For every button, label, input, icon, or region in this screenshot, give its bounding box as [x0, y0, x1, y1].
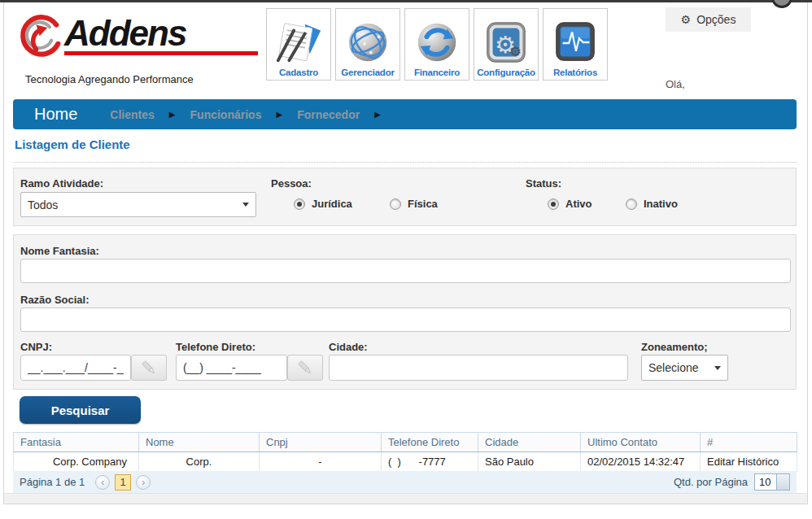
module-relatorios[interactable]: Relatórios	[543, 8, 608, 81]
nav-item-funcionarios[interactable]: Funcionários	[190, 108, 262, 121]
col-fantasia[interactable]: Fantasia	[14, 433, 139, 452]
table-header-row: Fantasia Nome Cnpj Telefone Direto Cidad…	[14, 433, 797, 452]
options-label: Opções	[696, 13, 736, 26]
filter-panel-main: Nome Fantasia: Razão Social: CNPJ: Telef…	[13, 234, 797, 390]
radio-button-icon	[548, 198, 559, 210]
addens-swoosh-icon	[14, 6, 68, 71]
razao-social-input[interactable]	[20, 307, 791, 332]
cnpj-label: CNPJ:	[20, 341, 52, 353]
cnpj-clear-button[interactable]	[131, 355, 167, 381]
col-cidade[interactable]: Cidade	[478, 433, 581, 452]
app-container: Addens Tecnologia Agregando Performance	[3, 2, 808, 504]
cnpj-input[interactable]	[20, 355, 131, 381]
qtd-por-pagina-select[interactable]: 10	[754, 473, 790, 491]
nome-fantasia-label: Nome Fantasia:	[20, 245, 99, 257]
radio-button-icon	[294, 198, 305, 210]
radio-button-icon	[626, 198, 637, 210]
radio-button-icon	[390, 198, 401, 210]
radio-ativo[interactable]: Ativo	[548, 198, 592, 210]
nav-item-fornecedor[interactable]: Fornecedor	[297, 108, 360, 121]
col-acoes[interactable]: #	[701, 433, 797, 452]
dotted-divider	[13, 162, 797, 163]
page-title: Listagem de Cliente	[15, 137, 130, 151]
pessoa-label: Pessoa:	[271, 177, 312, 190]
footer-strip	[4, 493, 807, 504]
telefone-clear-button[interactable]	[287, 355, 323, 381]
arrow-separator-icon: ▶	[276, 110, 282, 119]
filter-panel-top: Ramo Atividade: Todos Pessoa: Jurídica F…	[13, 168, 797, 226]
zoneamento-select[interactable]: Selecione	[641, 355, 728, 381]
arrow-separator-icon: ▶	[374, 110, 381, 119]
prev-page-button[interactable]: ‹	[95, 475, 110, 490]
main-nav: Home Clientes ▶ Funcionários ▶ Fornecedo…	[13, 99, 797, 129]
nav-item-clientes[interactable]: Clientes	[110, 108, 154, 121]
module-label: Financeiro	[414, 68, 460, 77]
module-gerenciador[interactable]: Gerenciador	[335, 8, 400, 81]
cell-ultimo-contato: 02/02/2015 14:32:47	[581, 452, 701, 472]
table-row: Corp. Company Corp. - ( ) -7777 São Paul…	[14, 452, 797, 472]
col-nome[interactable]: Nome	[139, 433, 260, 452]
pagination-bar: Página 1 de 1 ‹ 1 › Qtd. por Página 10	[13, 471, 797, 493]
options-button[interactable]: ⚙ Opções	[666, 7, 751, 32]
monitor-pulse-icon	[550, 20, 600, 67]
module-configuracao[interactable]: ⚙ ⚙ Configuração	[474, 8, 539, 81]
radio-inativo[interactable]: Inativo	[626, 198, 678, 210]
qtd-value: 10	[755, 474, 776, 490]
cell-cnpj: -	[260, 452, 382, 472]
chevron-down-icon	[714, 366, 721, 370]
ramo-atividade-select[interactable]: Todos	[20, 192, 256, 217]
cell-cidade: São Paulo	[478, 452, 581, 472]
pencil-icon	[296, 359, 314, 377]
window-top-edge	[0, 0, 812, 2]
documents-pen-icon	[273, 20, 324, 67]
dropdown-arrow-button[interactable]	[776, 474, 789, 490]
brand-logo: Addens Tecnologia Agregando Performance	[14, 6, 258, 85]
col-telefone[interactable]: Telefone Direto	[382, 433, 478, 452]
col-ultimo-contato[interactable]: Ultimo Contato	[581, 433, 701, 452]
cell-nome: Corp.	[139, 452, 260, 472]
pesquisar-button[interactable]: Pesquisar	[20, 396, 141, 424]
sync-sphere-icon	[412, 20, 462, 67]
cell-telefone: ( ) -7777	[382, 452, 478, 472]
module-financeiro[interactable]: Financeiro	[404, 8, 469, 81]
cell-editar-historico[interactable]: Editar Histórico	[701, 452, 797, 472]
zoneamento-value: Selecione	[648, 361, 699, 374]
razao-social-label: Razão Social:	[20, 294, 89, 306]
network-globe-icon	[343, 20, 393, 67]
module-toolbar: Cadastro Gerenciador	[266, 8, 608, 81]
page-count-label: Página 1 de 1	[20, 476, 85, 488]
ramo-atividade-value: Todos	[28, 198, 58, 212]
status-label: Status:	[526, 177, 561, 190]
cidade-input[interactable]	[329, 355, 628, 381]
gears-app-icon: ⚙ ⚙	[481, 20, 531, 67]
zoneamento-label: Zoneamento;	[641, 341, 708, 353]
module-label: Gerenciador	[341, 68, 395, 77]
arrow-separator-icon: ▶	[169, 110, 176, 119]
brand-name: Addens	[64, 17, 258, 50]
module-label: Cadastro	[279, 68, 318, 77]
cidade-label: Cidade:	[329, 341, 368, 353]
col-cnpj[interactable]: Cnpj	[260, 433, 382, 452]
next-page-button[interactable]: ›	[136, 475, 151, 490]
chevron-left-icon: ‹	[101, 477, 104, 487]
module-label: Configuração	[477, 68, 535, 77]
svg-text:⚙: ⚙	[509, 44, 522, 59]
module-cadastro[interactable]: Cadastro	[266, 8, 331, 81]
qtd-por-pagina-label: Qtd. por Página	[674, 476, 748, 488]
ramo-atividade-label: Ramo Atividade:	[20, 177, 103, 190]
nav-tab-home[interactable]: Home	[13, 105, 98, 124]
radio-fisica[interactable]: Física	[390, 198, 438, 210]
chevron-right-icon: ›	[142, 477, 145, 487]
brand-tagline: Tecnologia Agregando Performance	[25, 73, 258, 85]
radio-juridica[interactable]: Jurídica	[294, 198, 352, 210]
greeting-text: Olá,	[666, 78, 685, 90]
gear-icon: ⚙	[681, 13, 692, 26]
chevron-down-icon	[242, 203, 249, 207]
results-table: Fantasia Nome Cnpj Telefone Direto Cidad…	[13, 432, 797, 472]
current-page-button[interactable]: 1	[115, 474, 131, 491]
pencil-icon	[140, 359, 158, 377]
cell-fantasia: Corp. Company	[14, 452, 139, 472]
nome-fantasia-input[interactable]	[20, 259, 791, 283]
telefone-direto-input[interactable]	[176, 355, 287, 381]
telefone-direto-label: Telefone Direto:	[176, 341, 255, 353]
